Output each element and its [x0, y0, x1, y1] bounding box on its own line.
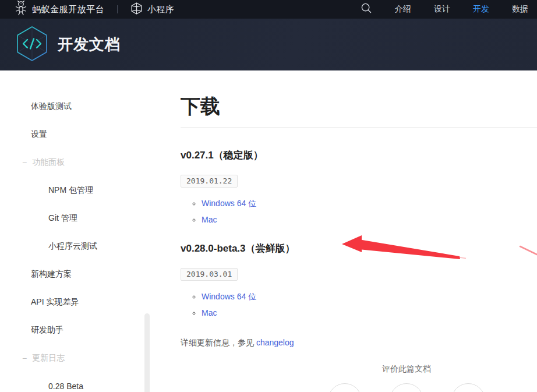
download-list: Windows 64 位 Mac	[181, 195, 537, 228]
version-section-stable: v0.27.1（稳定版） 2019.01.22 Windows 64 位 Mac	[181, 150, 537, 228]
rating-label: 评价此篇文档	[181, 364, 537, 375]
brand-title: 蚂蚁金服开放平台	[32, 4, 104, 15]
sidebar-group-feature-panel[interactable]: − 功能面板	[0, 149, 175, 176]
rating-option-1[interactable]	[328, 383, 362, 392]
nav-develop[interactable]: 开发	[473, 4, 489, 15]
sidebar-item-cloud-test[interactable]: 小程序云测试	[0, 232, 175, 260]
release-date-badge: 2019.01.22	[181, 175, 238, 188]
doc-title: 下载	[181, 94, 537, 118]
sidebar-item-label: 研发助手	[31, 325, 63, 336]
sidebar-item-label: 设置	[31, 129, 47, 140]
product-link[interactable]: 小程序	[130, 2, 175, 17]
product-title: 小程序	[147, 4, 175, 15]
sidebar-item-label: NPM 包管理	[48, 185, 93, 196]
release-date-badge: 2019.03.01	[181, 268, 238, 281]
list-item: Mac	[202, 305, 537, 321]
sidebar-item-label: 体验版测试	[31, 101, 72, 112]
brand-home-link[interactable]: 蚂蚁金服开放平台	[14, 1, 104, 18]
mini-program-icon	[130, 2, 143, 17]
topbar-left: 蚂蚁金服开放平台 小程序	[0, 0, 175, 19]
rating-option-2[interactable]	[390, 383, 423, 392]
sidebar-group-label: 更新日志	[32, 353, 65, 363]
sidebar-item-npm[interactable]: NPM 包管理	[0, 176, 175, 204]
collapse-dash-icon: −	[22, 354, 27, 363]
sidebar-item-experience-test[interactable]: 体验版测试	[0, 93, 175, 121]
changelog-link[interactable]: changelog	[256, 338, 294, 347]
ant-logo-icon	[14, 1, 28, 18]
sidebar-item-label: 0.28 Beta	[48, 382, 83, 391]
sidebar-item-settings[interactable]: 设置	[0, 121, 175, 149]
sidebar-item-label: 小程序云测试	[48, 241, 97, 252]
sidebar-item-label: API 实现差异	[31, 297, 79, 308]
changelog-note: 详细更新信息，参见 changelog	[181, 338, 537, 348]
sidebar-item-api-diff[interactable]: API 实现差异	[0, 288, 175, 316]
list-item: Mac	[202, 211, 537, 228]
dev-docs-icon	[16, 26, 48, 64]
download-link-windows[interactable]: Windows 64 位	[202, 292, 256, 301]
version-heading: v0.27.1（稳定版）	[181, 150, 537, 161]
page-title: 开发文档	[58, 34, 121, 55]
version-section-beta: v0.28.0-beta.3（尝鲜版） 2019.03.01 Windows 6…	[181, 243, 537, 321]
rating-widget: 评价此篇文档	[181, 364, 537, 392]
main-content: 下载 v0.27.1（稳定版） 2019.01.22 Windows 64 位 …	[181, 70, 537, 392]
screen: 蚂蚁金服开放平台 小程序	[0, 0, 537, 392]
download-link-mac[interactable]: Mac	[202, 308, 217, 317]
topbar-divider	[117, 5, 118, 13]
download-list: Windows 64 位 Mac	[181, 288, 537, 321]
sidebar-group-label: 功能面板	[32, 157, 65, 168]
sidebar-scrollbar[interactable]	[144, 313, 150, 392]
page-body: 体验版测试 设置 − 功能面板 NPM 包管理 Git 管理 小程序云测试 新构…	[0, 70, 537, 392]
nav-data[interactable]: 数据	[512, 4, 528, 15]
download-link-mac[interactable]: Mac	[202, 215, 217, 224]
download-link-windows[interactable]: Windows 64 位	[202, 199, 256, 208]
sidebar: 体验版测试 设置 − 功能面板 NPM 包管理 Git 管理 小程序云测试 新构…	[0, 70, 175, 392]
topbar: 蚂蚁金服开放平台 小程序	[0, 0, 537, 19]
sidebar-item-new-build[interactable]: 新构建方案	[0, 260, 175, 288]
search-icon	[361, 2, 372, 16]
topbar-right: 介绍 设计 开发 数据	[359, 0, 537, 19]
list-item: Windows 64 位	[202, 195, 537, 211]
sidebar-item-label: 新构建方案	[31, 269, 72, 280]
sidebar-item-label: Git 管理	[48, 213, 77, 224]
list-item: Windows 64 位	[202, 288, 537, 305]
nav-design[interactable]: 设计	[434, 4, 450, 15]
collapse-dash-icon: −	[22, 158, 27, 167]
version-heading: v0.28.0-beta.3（尝鲜版）	[181, 243, 537, 255]
subheader: 开发文档	[0, 19, 537, 70]
changelog-note-text: 详细更新信息，参见	[181, 338, 256, 347]
rating-options	[181, 383, 537, 392]
topnav: 介绍 设计 开发 数据	[395, 4, 537, 15]
search-button[interactable]	[359, 2, 374, 17]
title-divider	[181, 127, 537, 128]
rating-option-3[interactable]	[451, 383, 485, 392]
sidebar-item-git[interactable]: Git 管理	[0, 204, 175, 232]
nav-intro[interactable]: 介绍	[395, 4, 411, 15]
